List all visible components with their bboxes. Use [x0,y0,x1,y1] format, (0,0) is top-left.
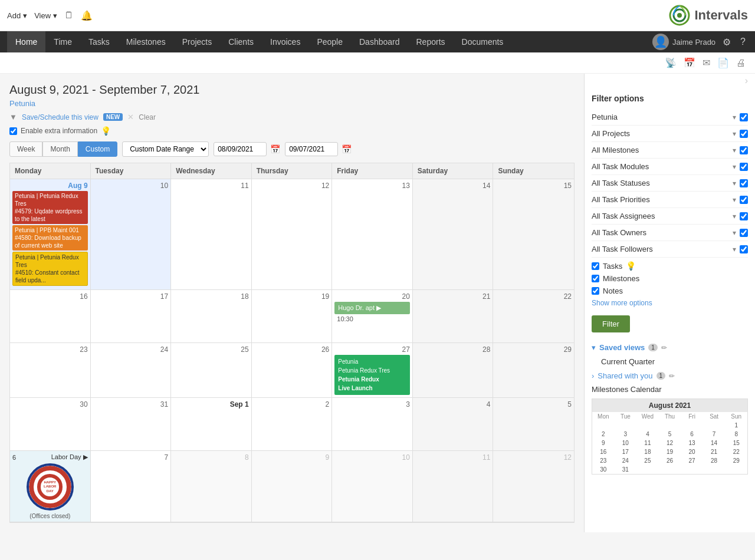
filter-task-modules[interactable]: All Task Modules ▾ [592,159,748,175]
show-more-options[interactable]: Show more options [592,299,748,307]
custom-btn[interactable]: Custom [78,141,117,157]
calendar-icon[interactable]: 📅 [684,57,695,68]
month-btn[interactable]: Month [42,141,77,157]
labor-day-label[interactable]: Labor Day ▶ [51,453,88,461]
nav-people[interactable]: People [308,31,351,52]
event-hugo[interactable]: Hugo Dr. apt ▶ [334,302,410,314]
date-range-select[interactable]: Custom Date Range [122,141,209,157]
filter-milestones-checkbox[interactable] [740,146,748,154]
mini-cal-cell[interactable]: 14 [703,439,726,447]
mini-cal-cell[interactable]: 27 [681,456,703,465]
mini-cal-cell[interactable]: 25 [636,456,659,465]
bell-icon[interactable]: 🔔 [81,10,93,21]
nav-documents[interactable]: Documents [454,31,512,52]
mini-cal-cell[interactable]: 31 [615,465,637,474]
mini-cal-cell[interactable]: 11 [636,439,659,447]
mini-cal-cell[interactable]: 13 [681,439,703,447]
nav-tasks[interactable]: Tasks [80,31,118,52]
help-icon[interactable]: ? [738,34,748,50]
mini-cal-cell[interactable] [636,421,659,430]
mini-cal-cell[interactable]: 4 [636,430,659,439]
week-btn[interactable]: Week [9,141,42,157]
mini-cal-cell[interactable]: 20 [681,447,703,456]
enable-extra-checkbox[interactable] [9,127,17,135]
filter-task-followers-checkbox[interactable] [740,245,748,253]
user-info[interactable]: 👤 Jaime Prado [652,34,715,50]
mini-cal-cell[interactable]: 24 [615,456,637,465]
print-icon[interactable]: 🖨 [736,58,746,68]
save-schedule-link[interactable]: Save/Schedule this view [22,113,99,121]
saved-views-header[interactable]: ▾ Saved views 1 ✏ [592,343,748,352]
mini-cal-cell[interactable]: 9 [592,439,615,447]
end-date-calendar-icon[interactable]: 📅 [342,144,352,154]
start-date-calendar-icon[interactable]: 📅 [270,144,280,154]
document-icon[interactable]: 🗒 [64,10,74,21]
mini-cal-cell[interactable] [592,421,615,430]
filter-petunia[interactable]: Petunia ▾ [592,109,748,126]
saved-views-edit-icon[interactable]: ✏ [661,344,667,352]
nav-projects[interactable]: Projects [174,31,221,52]
mini-cal-cell[interactable]: 26 [659,456,681,465]
filter-task-assignees-checkbox[interactable] [740,212,748,220]
event-aug27-multi[interactable]: Petunia Petunia Redux Tres Petunia Redux… [334,355,410,395]
filter-petunia-checkbox[interactable] [740,113,748,121]
mini-cal-cell[interactable]: 8 [725,430,747,439]
start-date-input[interactable] [214,142,267,156]
milestones-checkbox[interactable] [592,275,599,282]
event-4579[interactable]: Petunia | Petunia Redux Tres #4579: Uqda… [12,191,88,224]
filter-projects[interactable]: All Projects ▾ [592,126,748,142]
email-icon[interactable]: ✉ [703,57,710,68]
collapse-chevron-icon[interactable]: › [592,75,748,86]
filter-task-owners-checkbox[interactable] [740,229,748,237]
end-date-input[interactable] [285,142,338,156]
filter-button[interactable]: Filter [592,315,630,332]
view-button[interactable]: View ▾ [34,11,57,20]
nav-reports[interactable]: Reports [408,31,454,52]
mini-cal-cell[interactable]: 22 [725,447,747,456]
nav-time[interactable]: Time [45,31,80,52]
rss-icon[interactable]: 📡 [665,57,677,68]
mini-cal-cell[interactable] [615,421,637,430]
mini-cal-cell[interactable]: 2 [592,430,615,439]
filter-task-priorities-checkbox[interactable] [740,196,748,204]
notes-checkbox[interactable] [592,287,599,295]
mini-cal-cell[interactable]: 7 [703,430,726,439]
event-4510[interactable]: Petunia | Petunia Redux Tres #4510: Cons… [12,252,88,286]
current-quarter-item[interactable]: Current Quarter [592,355,748,368]
mini-cal-cell[interactable]: 1 [725,421,747,430]
event-4580[interactable]: Petunia | PPB Maint 001 #4580: Download … [12,225,88,251]
nav-clients[interactable]: Clients [220,31,262,52]
mini-cal-cell[interactable]: 5 [659,430,681,439]
filter-task-statuses-checkbox[interactable] [740,179,748,187]
filter-task-modules-checkbox[interactable] [740,163,748,171]
mini-cal-cell[interactable]: 19 [659,447,681,456]
mini-cal-cell[interactable]: 15 [725,439,747,447]
tasks-checkbox[interactable] [592,262,599,270]
mini-cal-cell[interactable]: 17 [615,447,637,456]
filter-task-priorities[interactable]: All Task Priorities ▾ [592,192,748,208]
mini-cal-cell[interactable]: 21 [703,447,726,456]
shared-views-header[interactable]: › Shared with you 1 ✏ [592,371,748,380]
clear-link[interactable]: Clear [139,113,156,121]
mini-cal-cell[interactable]: 6 [681,430,703,439]
nav-invoices[interactable]: Invoices [262,31,308,52]
filter-task-owners[interactable]: All Task Owners ▾ [592,225,748,241]
mini-cal-cell[interactable]: 10 [615,439,637,447]
mini-cal-cell[interactable] [703,421,726,430]
mini-cal-cell[interactable] [681,421,703,430]
filter-task-statuses[interactable]: All Task Statuses ▾ [592,175,748,192]
shared-views-edit-icon[interactable]: ✏ [669,372,675,380]
add-button[interactable]: Add ▾ [7,11,27,20]
nav-home[interactable]: Home [7,31,45,52]
filter-projects-checkbox[interactable] [740,130,748,138]
settings-icon[interactable]: ⚙ [720,34,733,50]
mini-cal-cell[interactable]: 18 [636,447,659,456]
nav-milestones[interactable]: Milestones [118,31,174,52]
mini-cal-cell[interactable] [659,421,681,430]
mini-cal-cell[interactable]: 23 [592,456,615,465]
mini-cal-cell[interactable]: 16 [592,447,615,456]
filter-milestones[interactable]: All Milestones ▾ [592,142,748,159]
page-subtitle[interactable]: Petunia [9,99,575,108]
filter-task-assignees[interactable]: All Task Assignees ▾ [592,208,748,225]
nav-dashboard[interactable]: Dashboard [351,31,408,52]
